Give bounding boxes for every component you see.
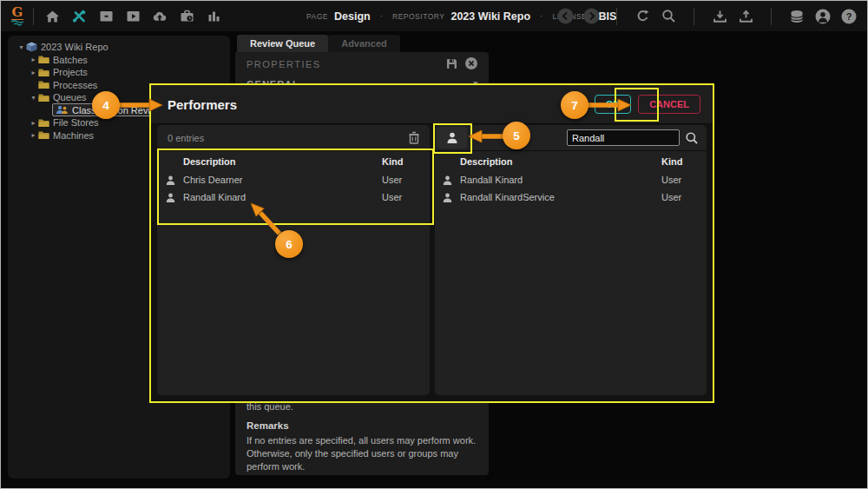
tab-review-queue[interactable]: Review Queue: [237, 35, 328, 52]
design-tools-icon[interactable]: [69, 7, 89, 26]
home-icon[interactable]: [43, 7, 62, 26]
tree-item-label: Processes: [53, 80, 97, 90]
toolbar-divider: [616, 8, 617, 25]
grooper-logo[interactable]: G: [10, 6, 24, 26]
tree-item-repo[interactable]: ▾ 2023 Wiki Repo: [8, 41, 230, 54]
table-row[interactable]: Randall Kinard User: [157, 188, 430, 206]
tree-item-label: Machines: [53, 130, 94, 141]
row-kind: User: [382, 192, 430, 202]
expander-icon[interactable]: ▸: [29, 56, 38, 63]
folder-icon: [38, 68, 49, 77]
performers-list-toolbar: 0 entries: [157, 125, 430, 151]
toolbar-divider: [694, 8, 694, 25]
performers-dialog: Performers OK CANCEL 0 entries Descri: [149, 83, 714, 403]
repository-icon: [26, 42, 37, 52]
close-icon[interactable]: [464, 56, 478, 70]
nav-icon-group: [43, 7, 223, 26]
person-icon: [157, 175, 183, 186]
tree-item-label: Queues: [53, 92, 87, 102]
tree-item-batches[interactable]: ▸ Batches: [8, 54, 230, 67]
media-play-box-icon[interactable]: [123, 7, 142, 26]
row-kind: User: [661, 175, 707, 185]
remarks-body: If no entries are specified, all users m…: [247, 434, 493, 473]
search-icon[interactable]: [685, 131, 699, 145]
jobs-briefcase-icon[interactable]: [177, 7, 196, 26]
tree-item-label: Projects: [53, 67, 88, 77]
search-results-table: Description Kind Randall Kinard User: [435, 151, 707, 206]
performers-table: Description Kind Chris Dearner User: [157, 151, 430, 206]
tree-item-projects[interactable]: ▸ Projects: [8, 66, 230, 79]
user-account-icon[interactable]: [813, 7, 832, 26]
meta-separator: ·: [540, 11, 542, 21]
help-icon[interactable]: ?: [839, 7, 858, 26]
expander-icon[interactable]: ▸: [29, 119, 38, 127]
search-input[interactable]: [567, 129, 680, 146]
properties-header: PROPERTIES: [247, 59, 321, 69]
save-icon[interactable]: [445, 57, 458, 70]
callout-5: 5: [503, 122, 530, 149]
callout-6: 6: [275, 230, 303, 258]
users-icon: [56, 105, 69, 115]
cancel-button[interactable]: CANCEL: [638, 95, 700, 114]
person-icon: [157, 192, 183, 203]
entries-count: 0 entries: [168, 133, 204, 143]
top-right-actions: ?: [556, 1, 858, 31]
column-kind: Kind: [382, 156, 430, 167]
svg-text:?: ?: [846, 11, 852, 22]
callout-4: 4: [92, 91, 120, 119]
expander-icon[interactable]: ▾: [16, 43, 26, 51]
table-header-row: Description Kind: [157, 151, 430, 171]
expander-icon[interactable]: ▾: [29, 94, 38, 102]
dialog-header: Performers OK CANCEL: [151, 85, 713, 124]
forward-icon[interactable]: [582, 7, 601, 26]
repository-label: REPOSITORY: [392, 12, 444, 21]
properties-actions: [445, 56, 478, 70]
expander-icon[interactable]: ▸: [29, 69, 38, 76]
person-icon: [435, 192, 460, 203]
tree-item-label: Batches: [53, 55, 88, 65]
row-description: Randall Kinard: [183, 192, 382, 202]
row-description: Randall Kinard: [460, 175, 661, 185]
repository-value: 2023 Wiki Repo: [450, 10, 530, 23]
table-row[interactable]: Chris Dearner User: [157, 171, 430, 188]
folder-icon: [38, 55, 49, 64]
table-row[interactable]: Randall Kinard User: [435, 171, 707, 188]
dialog-title: Performers: [168, 97, 237, 112]
dialog-buttons: OK CANCEL: [595, 95, 700, 114]
refresh-icon[interactable]: [633, 7, 652, 26]
app-window: G: [0, 0, 868, 489]
folder-icon: [38, 118, 49, 128]
search-icon[interactable]: [659, 7, 678, 26]
search-controls: [567, 129, 699, 146]
person-icon: [445, 131, 459, 144]
callout-7: 7: [561, 91, 589, 119]
tab-advanced[interactable]: Advanced: [328, 35, 400, 52]
download-icon[interactable]: [710, 7, 729, 26]
user-filter-button[interactable]: [437, 127, 467, 149]
person-icon: [435, 175, 460, 186]
ok-button[interactable]: OK: [595, 95, 632, 114]
table-header-row: Description Kind: [435, 151, 707, 171]
logo-letter: G: [11, 6, 24, 20]
back-icon[interactable]: [556, 7, 575, 26]
batches-box-icon[interactable]: [96, 7, 115, 26]
expander-icon[interactable]: ▸: [29, 131, 38, 139]
page-label: PAGE: [306, 12, 328, 21]
table-row[interactable]: Randall KinardService User: [435, 188, 707, 206]
search-results-panel: Description Kind Randall Kinard User: [435, 125, 707, 395]
search-toolbar: [435, 125, 707, 151]
database-icon[interactable]: [787, 7, 806, 26]
tree-item-label: 2023 Wiki Repo: [41, 42, 108, 52]
folder-icon: [38, 130, 49, 140]
performers-list-panel: 0 entries Description Kind: [157, 125, 430, 395]
toolbar-divider: [33, 8, 34, 25]
cloud-upload-icon[interactable]: [150, 7, 169, 26]
folder-icon: [38, 93, 49, 102]
remarks-title: Remarks: [247, 420, 289, 431]
tree-item-label: File Stores: [53, 117, 99, 128]
stats-chart-icon[interactable]: [204, 7, 223, 26]
delete-trash-icon[interactable]: [408, 131, 420, 144]
top-bar: G: [1, 1, 867, 31]
row-description: Randall KinardService: [460, 192, 661, 202]
upload-icon[interactable]: [736, 7, 755, 26]
